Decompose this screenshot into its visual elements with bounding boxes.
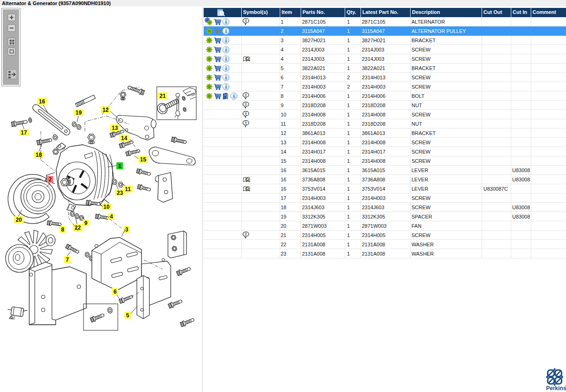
svg-text:8: 8 bbox=[61, 226, 64, 233]
svg-text:23: 23 bbox=[117, 190, 123, 196]
svg-text:17: 17 bbox=[21, 129, 27, 136]
svg-text:!: ! bbox=[245, 102, 246, 107]
svg-text:!: ! bbox=[245, 231, 246, 237]
svg-text:2: 2 bbox=[49, 176, 52, 183]
svg-text:5: 5 bbox=[126, 312, 129, 319]
svg-text:14: 14 bbox=[121, 135, 128, 141]
svg-text:1: 1 bbox=[118, 163, 122, 169]
svg-text:!: ! bbox=[245, 92, 246, 97]
svg-text:7: 7 bbox=[66, 257, 69, 263]
svg-text:4: 4 bbox=[110, 213, 113, 220]
svg-text:6: 6 bbox=[114, 289, 117, 295]
svg-text:11: 11 bbox=[125, 186, 131, 193]
svg-text:!: ! bbox=[245, 18, 246, 23]
svg-text:16: 16 bbox=[39, 98, 45, 105]
svg-text:10: 10 bbox=[103, 204, 110, 210]
svg-text:15: 15 bbox=[140, 156, 147, 163]
svg-text:18: 18 bbox=[36, 152, 42, 158]
svg-text:13: 13 bbox=[112, 125, 118, 131]
svg-text:3: 3 bbox=[125, 226, 129, 233]
svg-text:22: 22 bbox=[75, 225, 81, 231]
svg-text:!: ! bbox=[245, 120, 246, 125]
svg-text:21: 21 bbox=[160, 93, 166, 99]
svg-text:Perkins: Perkins bbox=[546, 385, 566, 392]
svg-text:9: 9 bbox=[84, 220, 88, 226]
svg-text:19: 19 bbox=[76, 109, 82, 116]
svg-text:20: 20 bbox=[16, 217, 22, 223]
svg-text:!: ! bbox=[245, 111, 246, 116]
